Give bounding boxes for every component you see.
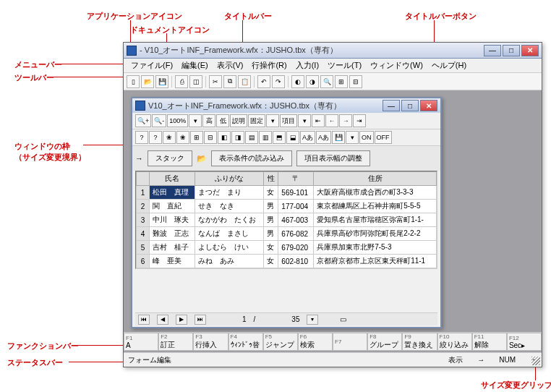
tool-icon[interactable]: ⊟ <box>204 131 217 144</box>
child-minimize-button[interactable]: — <box>383 100 400 111</box>
menu-edit[interactable]: 編集(E) <box>177 59 213 72</box>
tool-dropdown-icon[interactable]: ▾ <box>346 131 359 144</box>
last-icon[interactable]: ⇥ <box>353 114 366 127</box>
menu-input[interactable]: 入力(I) <box>291 59 323 72</box>
table-row[interactable]: 6峰 亜美みね あみ女602-810京都府京都市上京区東天秤町11-1 <box>137 255 437 268</box>
zoom-value[interactable]: 100% <box>167 114 188 127</box>
menu-help[interactable]: ヘルプ(H) <box>427 59 471 72</box>
high-button[interactable]: 高 <box>202 114 215 127</box>
function-key-f9[interactable]: F9置き換え <box>402 333 437 351</box>
table-row[interactable]: 3中川 琢夫なかがわ たくお男467-003愛知県名古屋市瑞穂区弥富町1-1- <box>137 213 437 227</box>
fixed-dropdown-icon[interactable]: ▾ <box>266 114 279 127</box>
toolbar-open-icon[interactable]: 📂 <box>141 75 154 88</box>
item-dropdown-icon[interactable]: ▾ <box>298 114 311 127</box>
nav-prev-icon[interactable]: ◀ <box>157 315 168 325</box>
table-row[interactable]: 5吉村 桂子よしむら けい女679-020兵庫県加東市北野7-5-3 <box>137 241 437 255</box>
col-name[interactable]: 氏名 <box>150 172 195 186</box>
load-cond-button[interactable]: 表示条件の読み込み <box>211 150 292 166</box>
toolbar-btn-icon[interactable]: ◐ <box>291 75 304 88</box>
first-icon[interactable]: ⇤ <box>312 114 325 127</box>
toolbar-redo-icon[interactable]: ↷ <box>272 75 285 88</box>
menu-view[interactable]: 表示(V) <box>213 59 248 72</box>
col-furigana[interactable]: ふりがな <box>195 172 264 186</box>
menu-tool[interactable]: ツール(T) <box>323 59 366 72</box>
dropdown-icon[interactable]: ▾ <box>307 315 318 325</box>
toolbar-copy-icon[interactable]: ⧉ <box>223 75 236 88</box>
save-icon[interactable]: 💾 <box>332 131 345 144</box>
function-key-f8[interactable]: F8グループ <box>367 333 402 351</box>
zoom-in-icon[interactable]: 🔍+ <box>135 114 151 127</box>
tool-icon[interactable]: Aあ <box>316 131 331 144</box>
fixed-button[interactable]: 固定 <box>248 114 265 127</box>
next-icon[interactable]: → <box>339 114 352 127</box>
toolbar-cut-icon[interactable]: ✂ <box>209 75 222 88</box>
tool-icon[interactable]: ? <box>135 131 148 144</box>
app-icon[interactable] <box>127 46 137 56</box>
low-button[interactable]: 低 <box>216 114 229 127</box>
main-titlebar[interactable]: - V10_オートINF_Framework.wfx：JUSHO.tbx（専有）… <box>124 43 542 59</box>
tool-icon[interactable]: ⬒ <box>273 131 286 144</box>
toolbar-btn-icon[interactable]: ◑ <box>306 75 319 88</box>
function-key-f11[interactable]: F11解除 <box>472 333 507 351</box>
toolbar-btn-icon[interactable]: ⊟ <box>349 75 362 88</box>
table-row[interactable]: 4難波 正志なんば まさし男676-082兵庫県高砂市阿弥陀町長尾2-2-2 <box>137 227 437 241</box>
tool-icon[interactable]: ◨ <box>231 131 244 144</box>
function-key-f4[interactable]: F4ｳｨﾝﾄﾞｩ替 <box>228 333 263 351</box>
toolbar-paste-icon[interactable]: 📋 <box>238 75 251 88</box>
function-key-f10[interactable]: F10絞り込み <box>437 333 472 351</box>
child-titlebar[interactable]: V10_オートINF_Framework.wfx：JUSHO.tbx（専有） —… <box>132 98 440 113</box>
tool-icon[interactable]: ▤ <box>245 131 258 144</box>
minimize-button[interactable]: — <box>484 45 501 56</box>
tool-icon[interactable]: ⬓ <box>286 131 299 144</box>
tool-icon[interactable]: ? <box>149 131 162 144</box>
function-key-f12[interactable]: F12Sec▸ <box>507 333 542 351</box>
toolbar-undo-icon[interactable]: ↶ <box>257 75 270 88</box>
toolbar-preview-icon[interactable]: ◫ <box>189 75 202 88</box>
function-key-f3[interactable]: F3行挿入 <box>193 333 228 351</box>
toolbar-btn-icon[interactable]: ⊞ <box>335 75 348 88</box>
nav-next-icon[interactable]: ▶ <box>176 315 187 325</box>
menu-file[interactable]: ファイル(F) <box>127 59 177 72</box>
menu-row[interactable]: 行操作(R) <box>247 59 291 72</box>
on-button[interactable]: ON <box>359 131 374 144</box>
doc-icon[interactable] <box>135 101 145 111</box>
col-zip[interactable]: 〒 <box>278 172 314 186</box>
zoom-out-icon[interactable]: 🔍- <box>152 114 166 127</box>
desc-button[interactable]: 説明 <box>230 114 247 127</box>
resize-grip[interactable] <box>531 357 540 365</box>
tool-icon[interactable]: Aあ <box>300 131 315 144</box>
adjust-width-button[interactable]: 項目表示幅の調整 <box>296 150 370 166</box>
close-button[interactable]: ✕ <box>521 45 539 56</box>
stack-button[interactable]: スタック <box>148 150 192 166</box>
col-address[interactable]: 住所 <box>314 172 437 186</box>
tool-icon[interactable]: ▥ <box>259 131 272 144</box>
table-row[interactable]: 2関 直紀せき なき男177-004東京都練馬区上石神井南町5-5-5 <box>137 200 437 213</box>
toolbar-new-icon[interactable]: ▯ <box>127 75 140 88</box>
prev-icon[interactable]: ← <box>325 114 338 127</box>
function-key-f1[interactable]: F1A <box>124 333 158 351</box>
tool-icon[interactable]: ❀ <box>176 131 189 144</box>
col-sex[interactable]: 性 <box>264 172 278 186</box>
child-close-button[interactable]: ✕ <box>420 100 437 111</box>
zoom-dropdown-icon[interactable]: ▾ <box>189 114 202 127</box>
table-row[interactable]: 1松田 真理まつだ まり女569-101大阪府高槻市成合西の町3-3-3 <box>137 186 437 200</box>
function-key-f7[interactable]: F7 <box>333 333 367 351</box>
item-button[interactable]: 項目 <box>280 114 297 127</box>
function-key-f2[interactable]: F2訂正 <box>158 333 193 351</box>
nav-first-icon[interactable]: ⏮ <box>138 315 150 325</box>
maximize-button[interactable]: □ <box>503 45 520 56</box>
function-key-f6[interactable]: F6検索 <box>298 333 333 351</box>
toolbar-save-icon[interactable]: 💾 <box>155 75 168 88</box>
menu-window[interactable]: ウィンドウ(W) <box>366 59 427 72</box>
tool-icon[interactable]: ◧ <box>218 131 231 144</box>
function-key-f5[interactable]: F5ジャンプ <box>263 333 298 351</box>
toolbar-search-icon[interactable]: 🔍 <box>320 75 333 88</box>
off-button[interactable]: OFF <box>375 131 392 144</box>
nav-last-icon[interactable]: ⏭ <box>195 315 206 325</box>
tool-icon[interactable]: ❀ <box>163 131 176 144</box>
tool-icon[interactable]: ⊞ <box>190 131 203 144</box>
folder-icon[interactable]: 📂 <box>197 154 207 163</box>
child-maximize-button[interactable]: □ <box>401 100 419 111</box>
data-grid[interactable]: 氏名 ふりがな 性 〒 住所 1松田 真理まつだ まり女569-101大阪府高槻… <box>135 171 437 269</box>
toolbar-print-icon[interactable]: ⎙ <box>175 75 188 88</box>
